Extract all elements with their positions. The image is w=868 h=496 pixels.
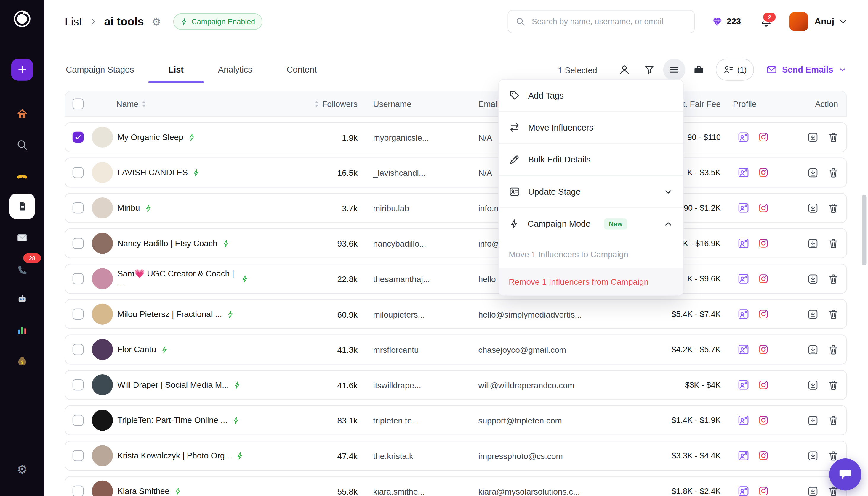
lists-nav-active-tile[interactable] [10,193,35,219]
menu-item-move-influencers[interactable]: Move Influencers [499,112,683,143]
instagram-icon[interactable] [758,238,769,249]
trash-icon[interactable] [828,202,839,214]
download-icon[interactable] [807,415,819,426]
send-emails-button[interactable]: Send Emails [766,64,847,75]
trash-icon[interactable] [828,273,839,284]
email-cell: support@tripleten.com [478,416,605,425]
filter-button[interactable] [638,59,660,81]
trash-icon[interactable] [828,167,839,178]
add-person-button[interactable] [613,59,635,81]
row-checkbox[interactable] [65,167,87,178]
row-checkbox[interactable] [65,344,87,355]
tab-content[interactable]: Content [286,65,318,75]
row-checkbox[interactable] [65,379,87,390]
profile-link-icon[interactable] [737,308,749,320]
download-icon[interactable] [807,485,819,496]
trash-icon[interactable] [828,308,839,320]
menu-item-add-tags[interactable]: Add Tags [499,80,683,112]
instagram-icon[interactable] [758,273,769,284]
trash-icon[interactable] [828,344,839,355]
token-balance[interactable]: 223 [711,16,741,27]
assigned-list-button[interactable]: (1) [716,59,754,81]
profile-link-icon[interactable] [737,485,749,496]
instagram-icon[interactable] [758,450,769,461]
profile-link-icon[interactable] [737,202,749,214]
chat-bubble-icon [837,467,853,482]
row-checkbox[interactable] [65,450,87,461]
scrollbar-thumb[interactable] [862,195,866,265]
user-avatar[interactable] [790,12,808,31]
tab-analytics[interactable]: Analytics [217,65,253,75]
profile-link-icon[interactable] [737,379,749,391]
profile-link-icon[interactable] [737,343,749,355]
notifications-button[interactable]: 2 [760,15,773,28]
search-nav-icon[interactable] [15,138,29,152]
download-icon[interactable] [807,167,819,178]
download-icon[interactable] [807,450,819,461]
trash-icon[interactable] [828,238,839,249]
row-checkbox[interactable] [65,415,87,425]
profile-link-icon[interactable] [737,450,749,462]
profile-link-icon[interactable] [737,237,749,249]
home-icon[interactable] [15,107,29,121]
instagram-icon[interactable] [758,486,769,496]
robot-nav-icon[interactable] [15,293,29,306]
menu-item-remove-from-campaign[interactable]: Remove 1 Influencers from Campaign [499,267,683,295]
menu-item-update-stage[interactable]: Update Stage [499,176,683,208]
tab-campaign-stages[interactable]: Campaign Stages [65,65,135,75]
analytics-nav-icon[interactable] [15,324,29,337]
row-checkbox[interactable] [65,202,87,213]
list-settings-gear-icon[interactable]: ⚙ [152,16,161,27]
download-icon[interactable] [807,379,819,391]
instagram-icon[interactable] [758,344,769,355]
download-icon[interactable] [807,202,819,214]
column-header-action: Action [787,99,847,108]
handshake-icon[interactable] [15,170,29,183]
instagram-icon[interactable] [758,132,769,143]
row-checkbox[interactable] [65,273,87,284]
download-icon[interactable] [807,308,819,320]
mail-nav-icon[interactable] [15,231,29,245]
profile-link-icon[interactable] [737,131,749,143]
phone-nav-icon[interactable] [15,264,29,277]
trash-icon[interactable] [828,379,839,391]
download-icon[interactable] [807,131,819,143]
breadcrumb-root[interactable]: List [65,15,82,28]
row-checkbox[interactable] [65,238,87,249]
instagram-icon[interactable] [758,415,769,425]
user-menu-chevron-icon[interactable] [838,17,848,27]
money-nav-icon[interactable] [15,355,29,368]
row-checkbox[interactable] [65,132,87,143]
instagram-icon[interactable] [758,309,769,320]
briefcase-button[interactable] [688,59,710,81]
menu-item-move-to-campaign[interactable]: Move 1 Influencers to Campaign [499,240,683,267]
tab-list[interactable]: List [167,65,185,75]
bulk-actions-button[interactable] [663,59,685,81]
settings-gear-icon[interactable]: ⚙ [17,463,28,476]
profile-link-icon[interactable] [737,414,749,427]
table-row: Milou Pietersz | Fractional ... 60.9k mi… [65,299,847,329]
chat-launcher-button[interactable] [829,459,861,490]
download-icon[interactable] [807,344,819,355]
fee-cell: $1.8K - $2.4K [605,486,721,495]
select-all-checkbox[interactable] [65,98,87,109]
column-header-name[interactable]: Name [116,99,254,108]
search-input[interactable] [530,17,687,27]
create-new-button[interactable] [11,59,33,81]
instagram-icon[interactable] [758,379,769,390]
row-checkbox[interactable] [65,309,87,320]
app-logo-icon[interactable] [12,9,32,29]
trash-icon[interactable] [828,415,839,426]
download-icon[interactable] [807,238,819,249]
row-checkbox[interactable] [65,486,87,496]
download-icon[interactable] [807,273,819,284]
instagram-icon[interactable] [758,202,769,213]
column-header-followers[interactable]: Followers [255,99,358,108]
instagram-icon[interactable] [758,167,769,178]
menu-item-campaign-mode[interactable]: Campaign Mode New [499,208,683,240]
profile-link-icon[interactable] [737,273,749,285]
trash-icon[interactable] [828,450,839,461]
menu-item-bulk-edit[interactable]: Bulk Edit Details [499,144,683,176]
trash-icon[interactable] [828,131,839,143]
profile-link-icon[interactable] [737,166,749,179]
